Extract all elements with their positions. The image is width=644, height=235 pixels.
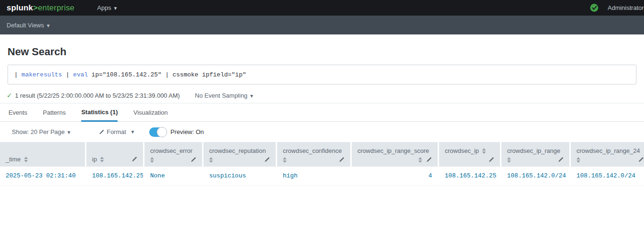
cell-crowdsec-error[interactable]: None [144, 172, 202, 179]
user-label: Administrator [608, 4, 644, 11]
table-row: 2025-05-23 02:31:40 108.165.142.25 None … [0, 167, 644, 185]
cell-ip[interactable]: 108.165.142.25 [86, 172, 143, 179]
column-header-crowdsec-ip-range-24[interactable]: crowdsec_ip_range_24 [571, 142, 644, 167]
column-header-crowdsec-ip-range[interactable]: crowdsec_ip_range [501, 142, 569, 167]
user-menu[interactable]: Administrator [608, 4, 644, 11]
column-header-crowdsec-ip-range-score[interactable]: crowdsec_ip_range_score [352, 142, 438, 167]
default-views-label: Default Views [7, 22, 44, 29]
event-sampling-menu[interactable]: No Event Sampling▼ [195, 92, 254, 99]
column-label: crowdsec_ip [445, 147, 479, 154]
caret-down-icon: ▼ [130, 129, 135, 134]
logo-brand: splunk [7, 3, 33, 12]
query-pipe: | [14, 71, 22, 78]
default-views-menu[interactable]: Default Views▼ [7, 22, 51, 29]
results-controls-row: Show: 20 Per Page▼ Format ▼ Preview: On [0, 122, 644, 142]
edit-pencil-icon[interactable] [264, 157, 270, 163]
sort-icon[interactable] [418, 157, 422, 163]
preview-label: Preview: On [170, 128, 204, 135]
sort-icon[interactable] [576, 157, 580, 163]
sort-icon[interactable] [100, 157, 104, 162]
top-bar: splunk>enterprise Apps▼ Administrator [0, 0, 644, 16]
search-query-input[interactable]: | makeresults | eval ip="108.165.142.25"… [8, 65, 636, 84]
edit-pencil-icon[interactable] [558, 157, 564, 163]
column-label: crowdsec_ip_range_24 [576, 147, 640, 154]
edit-pencil-icon[interactable] [339, 157, 345, 163]
caret-down-icon: ▼ [113, 6, 118, 11]
query-rest: ip="108.165.142.25" | cssmoke ipfield="i… [88, 71, 246, 78]
sort-icon[interactable] [482, 148, 486, 154]
column-label: crowdsec_confidence [283, 147, 342, 154]
column-label: crowdsec_ip_range_score [357, 147, 429, 154]
column-header-crowdsec-confidence[interactable]: crowdsec_confidence [277, 142, 350, 167]
edit-pencil-icon[interactable] [426, 157, 432, 163]
caret-down-icon: ▼ [46, 23, 51, 28]
edit-pencil-icon [99, 129, 104, 135]
column-header-time[interactable]: _time [0, 142, 85, 167]
status-check-badge-icon[interactable] [590, 4, 598, 12]
edit-pencil-icon[interactable] [131, 156, 137, 162]
page-title: New Search [8, 46, 644, 58]
query-command-eval: eval [73, 71, 88, 78]
tab-events-label: Events [8, 109, 27, 116]
column-label: crowdsec_ip_range [507, 147, 560, 154]
checkmark-icon: ✓ [7, 92, 12, 99]
caret-down-icon: ▼ [67, 130, 71, 135]
app-bar: Default Views▼ [0, 16, 644, 34]
column-label: _time [6, 156, 21, 163]
apps-label: Apps [97, 4, 111, 11]
column-header-crowdsec-error[interactable]: crowdsec_error [144, 142, 202, 167]
tab-statistics[interactable]: Statistics (1) [81, 103, 118, 122]
cell-crowdsec-reputation[interactable]: suspicious [203, 172, 276, 179]
edit-pencil-icon[interactable] [638, 157, 644, 163]
logo-arrow: > [33, 3, 38, 12]
cell-time[interactable]: 2025-05-23 02:31:40 [0, 172, 85, 179]
tab-events[interactable]: Events [8, 103, 27, 121]
apps-menu[interactable]: Apps▼ [97, 4, 118, 11]
format-menu[interactable]: Format ▼ [99, 128, 135, 135]
result-count-text: 1 result (5/22/25 2:00:00.000 AM to 5/23… [15, 92, 180, 99]
sort-icon[interactable] [283, 157, 287, 163]
edit-pencil-icon[interactable] [190, 157, 196, 163]
query-pipe: | [62, 71, 73, 78]
edit-pencil-icon[interactable] [488, 157, 494, 163]
caret-down-icon: ▼ [249, 93, 254, 99]
cell-crowdsec-ip-range[interactable]: 108.165.142.0/24 [501, 172, 569, 179]
column-header-ip[interactable]: ip [86, 142, 143, 167]
logo-product: enterprise [38, 3, 75, 12]
table-header-row: _time ip crowdsec_error crowdsec_reputat… [0, 142, 644, 167]
tab-patterns[interactable]: Patterns [43, 103, 66, 121]
per-page-menu[interactable]: Show: 20 Per Page▼ [12, 128, 71, 135]
column-label: crowdsec_reputation [209, 147, 266, 154]
query-command-makeresults: makeresults [22, 71, 62, 78]
per-page-label: Show: 20 Per Page [12, 128, 65, 135]
column-header-crowdsec-ip[interactable]: crowdsec_ip [439, 142, 500, 167]
statistics-table: _time ip crowdsec_error crowdsec_reputat… [0, 142, 644, 185]
tab-visualization-label: Visualization [133, 109, 168, 116]
cell-crowdsec-ip[interactable]: 108.165.142.25 [439, 172, 500, 179]
column-label: ip [92, 156, 97, 163]
preview-toggle[interactable] [149, 127, 167, 137]
results-tab-bar: Events Patterns Statistics (1) Visualiza… [0, 103, 644, 122]
result-status-row: ✓ 1 result (5/22/25 2:00:00.000 AM to 5/… [7, 92, 644, 99]
splunk-logo[interactable]: splunk>enterprise [7, 3, 75, 13]
cell-crowdsec-ip-range-score[interactable]: 4 [352, 172, 438, 179]
tab-patterns-label: Patterns [43, 109, 66, 116]
cell-crowdsec-confidence[interactable]: high [277, 172, 350, 179]
sort-icon[interactable] [150, 157, 154, 163]
format-label: Format [107, 128, 126, 135]
sort-icon[interactable] [24, 157, 28, 162]
column-label: crowdsec_error [150, 147, 193, 154]
sort-icon[interactable] [507, 157, 511, 163]
toggle-knob [157, 127, 167, 137]
column-header-crowdsec-reputation[interactable]: crowdsec_reputation [203, 142, 276, 167]
sort-icon[interactable] [209, 157, 213, 163]
tab-statistics-label: Statistics (1) [81, 109, 118, 116]
tab-visualization[interactable]: Visualization [133, 103, 168, 121]
event-sampling-label: No Event Sampling [195, 92, 247, 99]
cell-crowdsec-ip-range-24[interactable]: 108.165.142.0/24 [571, 172, 644, 179]
topbar-right: Administrator [590, 0, 644, 16]
